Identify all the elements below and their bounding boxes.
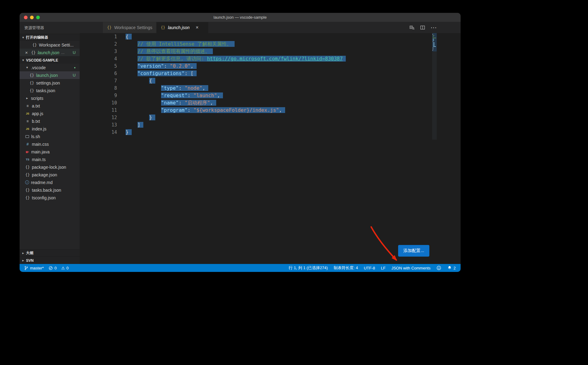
zoom-window-button[interactable] (36, 16, 40, 19)
editor-area: {}Workspace Settings{}launch.json× ⋯ 1{2… (80, 22, 461, 264)
section-project[interactable]: ▾ VSCODE-SAMPLE (20, 56, 80, 64)
code-line-8[interactable]: 8 "type": "node", (103, 85, 437, 92)
minimap[interactable] (432, 33, 437, 140)
file-app-js[interactable]: JSapp.js (20, 110, 80, 117)
traffic-lights (24, 13, 40, 22)
more-actions-icon[interactable]: ⋯ (431, 26, 437, 29)
line-number: 3 (103, 48, 117, 55)
code-line-7[interactable]: 7 { (103, 77, 437, 85)
status-git-branch[interactable]: master* (24, 266, 44, 270)
tree-label: scripts (31, 96, 43, 101)
add-configuration-button[interactable]: 添加配置... (398, 245, 429, 257)
split-editor-icon[interactable] (420, 25, 425, 30)
section-open-editors[interactable]: ▾ 打开的编辑器 (20, 34, 80, 41)
file-tasks-json[interactable]: {}tasks.json (20, 87, 80, 94)
javascript-icon: JS (25, 127, 30, 130)
git-status-badge: U (73, 50, 76, 55)
code-line-14[interactable]: 14} (103, 129, 437, 136)
status-eol[interactable]: LF (381, 266, 386, 270)
tree-label: tsconfig.json (32, 195, 56, 200)
chevron-down-icon: ▾ (21, 36, 25, 40)
desktop: launch.json — vscode-sample 资源管理器 ▾ 打开的编… (0, 0, 588, 365)
chevron-down-icon: ▾ (25, 66, 29, 70)
file-launch-json[interactable]: {}launch.jsonU (20, 71, 80, 79)
file-tsconfig-json[interactable]: {}tsconfig.json (20, 194, 80, 201)
tree-label: main.css (32, 142, 49, 147)
json-icon: {} (25, 196, 30, 200)
status-feedback[interactable] (436, 265, 441, 270)
file-ls-sh[interactable]: ls.sh (20, 133, 80, 140)
code-line-12[interactable]: 12 } (103, 114, 437, 121)
open-editor-workspace-settings[interactable]: {}Workspace Setti... (20, 41, 80, 49)
code-line-9[interactable]: 9 "request": "launch", (103, 92, 437, 99)
modified-dot: ● (74, 66, 76, 69)
file-b-txt[interactable]: ≡b.txt (20, 117, 80, 125)
chevron-down-icon: ▾ (21, 58, 25, 62)
folder-scripts[interactable]: ▸scripts (20, 94, 80, 102)
json-icon: {} (25, 173, 30, 177)
status-label: JSON with Comments (391, 266, 431, 270)
tree-label: .vscode (31, 65, 46, 70)
code-line-6[interactable]: 6 "configurations": [ (103, 70, 437, 77)
file-index-js[interactable]: JSindex.js (20, 125, 80, 133)
status-cursor-position[interactable]: 行 1, 列 1 (已选择274) (289, 265, 328, 271)
file-main-css[interactable]: #main.css (20, 140, 80, 148)
workbench: 资源管理器 ▾ 打开的编辑器 {}Workspace Setti...×{}la… (20, 22, 461, 264)
line-number: 6 (103, 70, 117, 77)
file-settings-json[interactable]: {}settings.json (20, 79, 80, 87)
open-editor-path: ... (61, 50, 65, 55)
tree-label: launch.json (36, 73, 58, 78)
status-label: 行 1, 列 1 (已选择274) (289, 265, 328, 271)
vscode-window: launch.json — vscode-sample 资源管理器 ▾ 打开的编… (20, 13, 461, 272)
code-line-11[interactable]: 11 "program": "${workspaceFolder}/index.… (103, 107, 437, 114)
code-line-10[interactable]: 10 "name": "启动程序", (103, 99, 437, 107)
file-readme-md[interactable]: ireadme.md (20, 179, 80, 186)
file-package-lock-json[interactable]: {}package-lock.json (20, 163, 80, 171)
java-icon (25, 150, 29, 154)
status-notifications[interactable]: 2 (447, 265, 456, 270)
json-icon: {} (25, 165, 30, 169)
status-errors[interactable]: 0 (48, 266, 57, 270)
chevron-right-icon: ▸ (21, 258, 25, 262)
folder-vscode[interactable]: ▾.vscode● (20, 64, 80, 71)
code-line-4[interactable]: 4 // 欲了解更多信息, 请访问: https://go.microsoft.… (103, 55, 437, 62)
tab-launch-json[interactable]: {}launch.json× (156, 22, 209, 33)
line-number: 5 (103, 62, 117, 70)
open-editors-list: {}Workspace Setti...×{}launch.json...U (20, 41, 80, 56)
code-line-13[interactable]: 13 ] (103, 121, 437, 129)
file-main-java[interactable]: main.java (20, 148, 80, 156)
code-line-3[interactable]: 3 // 悬停以查看现有属性的描述。 (103, 48, 437, 55)
close-window-button[interactable] (24, 16, 28, 19)
code-line-1[interactable]: 1{ (103, 33, 437, 40)
file-tasks-back-json[interactable]: {}tasks.back.json (20, 186, 80, 194)
file-a-txt[interactable]: ≡a.txt (20, 102, 80, 110)
section-svn[interactable]: ▸ SVN (20, 257, 80, 264)
file-main-ts[interactable]: TSmain.ts (20, 156, 80, 163)
close-icon[interactable]: × (24, 50, 29, 55)
status-warnings[interactable]: ⚠0 (61, 266, 69, 270)
git-status-badge: U (73, 73, 76, 77)
open-editor-label: Workspace Setti... (39, 43, 74, 47)
close-icon[interactable]: × (196, 25, 198, 30)
text-file-icon: ≡ (25, 104, 30, 108)
open-editor-launch-json[interactable]: ×{}launch.json...U (20, 49, 80, 56)
open-preview-icon[interactable] (409, 25, 415, 30)
code-line-2[interactable]: 2 // 使用 IntelliSense 了解相关属性。 (103, 40, 437, 48)
json-icon: {} (25, 188, 30, 192)
json-icon: {} (32, 43, 37, 47)
section-outline[interactable]: ▸ 大纲 (20, 249, 80, 257)
tree-label: index.js (32, 126, 46, 131)
status-language-mode[interactable]: JSON with Comments (391, 266, 431, 270)
status-indentation[interactable]: 制表符长度: 4 (334, 265, 358, 271)
line-number: 2 (103, 40, 117, 48)
tab-workspace-settings[interactable]: {}Workspace Settings (103, 22, 156, 33)
code-area: 1{2 // 使用 IntelliSense 了解相关属性。3 // 悬停以查看… (103, 33, 437, 136)
minimize-window-button[interactable] (30, 16, 34, 19)
status-encoding[interactable]: UTF-8 (364, 266, 375, 270)
editor-actions: ⋯ (409, 22, 437, 33)
code-editor[interactable]: 1{2 // 使用 IntelliSense 了解相关属性。3 // 悬停以查看… (103, 33, 437, 264)
file-package-json[interactable]: {}package.json (20, 171, 80, 179)
editor-wrap: 1{2 // 使用 IntelliSense 了解相关属性。3 // 悬停以查看… (80, 33, 461, 264)
code-line-5[interactable]: 5 "version": "0.2.0", (103, 62, 437, 70)
status-label: UTF-8 (364, 266, 375, 270)
